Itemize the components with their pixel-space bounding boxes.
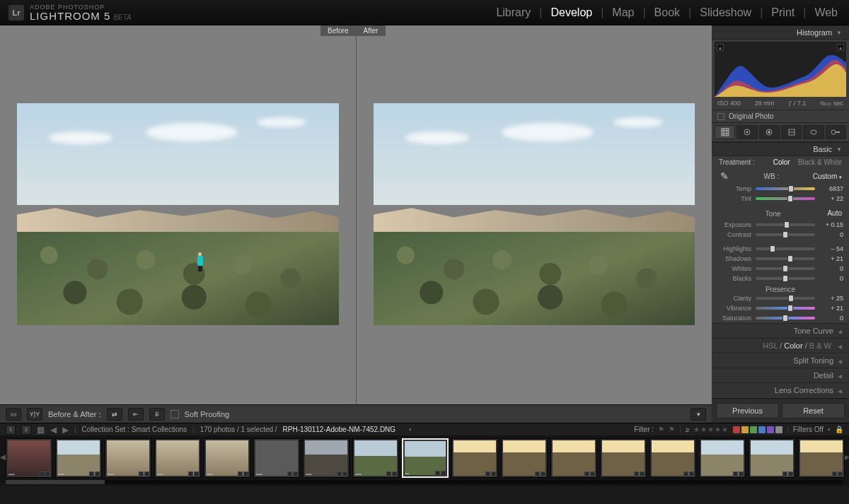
treatment-color[interactable]: Color: [773, 158, 790, 166]
photos-count: 170 photos / 1 selected /: [200, 426, 277, 433]
filter-label: Filter :: [634, 426, 654, 433]
filmstrip-thumb[interactable]: [798, 438, 845, 478]
copy-after-button[interactable]: ⤋: [149, 408, 165, 421]
copy-before-button[interactable]: ⇤: [128, 408, 144, 421]
swap-before-after-button[interactable]: ⇄: [107, 408, 122, 421]
spot-removal-tool[interactable]: [737, 125, 757, 139]
exif-strip: ISO 40028 mmƒ / 7.1¹⁄₂₀₀ sec: [712, 99, 849, 110]
contrast-slider[interactable]: [756, 233, 815, 236]
filmstrip-thumb[interactable]: •••••: [352, 438, 399, 478]
svg-point-6: [746, 131, 748, 134]
filmstrip-thumb[interactable]: [749, 438, 795, 478]
loupe-view-button[interactable]: ▭: [6, 408, 21, 421]
filmstrip-thumb[interactable]: •••••: [303, 438, 350, 478]
rating-filter[interactable]: ★★★★★: [693, 426, 729, 433]
filmstrip-header: 1 2 ▦ ◀ ▶ | Collection Set : Smart Colle…: [0, 423, 849, 435]
filmstrip-thumb[interactable]: •••: [402, 438, 449, 478]
original-photo-row[interactable]: Original Photo: [712, 110, 849, 123]
toolbar-menu-button[interactable]: ▾: [691, 408, 706, 421]
app-header: Lr ADOBE PHOTOSHOP LIGHTROOM 5 BETA Libr…: [0, 0, 849, 25]
wb-eyedropper-icon[interactable]: ✎: [719, 170, 730, 182]
tone-header-row: Tone Auto: [712, 204, 849, 220]
histogram-header[interactable]: Histogram▼: [712, 25, 849, 40]
radial-filter-tool[interactable]: [803, 125, 824, 139]
clarity-slider[interactable]: [756, 297, 815, 300]
filters-off-label[interactable]: Filters Off: [793, 426, 824, 433]
filmstrip: ◀ ▶ ••••••••••••••••••••••••••••••••••••…: [0, 435, 849, 486]
module-print[interactable]: Print: [768, 5, 797, 20]
before-pane[interactable]: Before: [0, 25, 356, 404]
original-photo-checkbox[interactable]: [717, 113, 724, 120]
after-pane[interactable]: After: [356, 25, 712, 404]
module-slideshow[interactable]: Slideshow: [697, 5, 754, 20]
shadows-slider[interactable]: [756, 257, 815, 260]
app-logo: Lr: [8, 5, 24, 20]
color-label-filter[interactable]: [733, 426, 782, 433]
nav-forward-icon[interactable]: ▶: [62, 425, 69, 435]
workarea: Before After ▭ Y|: [0, 25, 849, 423]
filmstrip-thumb[interactable]: •••••: [55, 438, 102, 478]
wb-mode-dropdown[interactable]: Custom ▾: [813, 172, 842, 180]
module-library[interactable]: Library: [493, 5, 533, 20]
wb-row: ✎ WB : Custom ▾: [712, 168, 849, 184]
filmstrip-thumb[interactable]: [501, 438, 548, 478]
monitor-2-button[interactable]: 2: [21, 425, 31, 435]
blacks-slider[interactable]: [756, 277, 815, 280]
soft-proofing-label: Soft Proofing: [185, 410, 230, 418]
filmstrip-thumb[interactable]: •••••: [253, 438, 300, 478]
compare-yy-button[interactable]: Y|Y: [27, 408, 42, 421]
previous-button[interactable]: Previous: [716, 403, 779, 418]
module-develop[interactable]: Develop: [548, 5, 595, 20]
treatment-row: Treatment : Color Black & White: [712, 156, 849, 168]
detail-panel-header[interactable]: Detail◀: [712, 368, 849, 382]
treatment-bw[interactable]: Black & White: [798, 158, 842, 166]
module-map[interactable]: Map: [609, 5, 637, 20]
redeye-tool[interactable]: [759, 125, 780, 139]
filmstrip-thumb[interactable]: •••••: [204, 438, 250, 478]
temp-slider[interactable]: [756, 187, 815, 190]
hsl-panel-header[interactable]: HSL / Color / B & W ◀: [712, 338, 849, 353]
tonecurve-panel-header[interactable]: Tone Curve◀: [712, 323, 849, 338]
filmstrip-scrollbar[interactable]: [6, 480, 843, 484]
filmstrip-thumb[interactable]: •••••: [154, 438, 201, 478]
splittoning-panel-header[interactable]: Split Toning◀: [712, 353, 849, 368]
filmstrip-thumb[interactable]: •••••: [6, 438, 52, 478]
reset-button[interactable]: Reset: [782, 403, 845, 418]
filter-lock-icon[interactable]: 🔒: [835, 426, 843, 433]
after-label: After: [357, 25, 386, 36]
graduated-filter-tool[interactable]: [781, 125, 802, 139]
before-photo: [17, 103, 339, 325]
module-switcher: Library| Develop| Map| Book| Slideshow| …: [493, 5, 841, 20]
filmstrip-thumb[interactable]: [550, 438, 597, 478]
basic-header[interactable]: Basic▼: [712, 142, 849, 156]
whites-slider[interactable]: [756, 267, 815, 270]
highlights-slider[interactable]: [756, 247, 815, 250]
filmstrip-thumb[interactable]: [451, 438, 498, 478]
lens-panel-header[interactable]: Lens Corrections◀: [712, 382, 849, 397]
vibrance-slider[interactable]: [756, 307, 815, 310]
crop-tool[interactable]: [715, 125, 735, 139]
filmstrip-thumb[interactable]: [600, 438, 647, 478]
soft-proofing-checkbox[interactable]: [171, 410, 179, 418]
exposure-slider[interactable]: [756, 223, 815, 226]
develop-tool-strip: [712, 123, 849, 142]
nav-back-icon[interactable]: ◀: [50, 425, 57, 435]
grid-icon[interactable]: ▦: [37, 425, 45, 435]
adjustment-brush-tool[interactable]: [826, 125, 846, 139]
svg-point-12: [831, 130, 836, 134]
tint-slider[interactable]: [756, 197, 815, 200]
collection-path[interactable]: Collection Set : Smart Collections: [82, 426, 187, 433]
flag-rejected-filter[interactable]: ⚑: [669, 426, 675, 433]
flag-picked-filter[interactable]: ⚑: [658, 426, 664, 433]
saturation-slider[interactable]: [756, 317, 815, 320]
module-web[interactable]: Web: [812, 5, 841, 20]
after-photo: [374, 103, 695, 325]
auto-tone-button[interactable]: Auto: [827, 209, 842, 217]
current-file: RPH-130112-Adobe-NM-7452.DNG: [283, 426, 396, 433]
filmstrip-thumb[interactable]: [699, 438, 746, 478]
monitor-1-button[interactable]: 1: [6, 425, 16, 435]
histogram[interactable]: ▲ ▲: [715, 42, 846, 97]
module-book[interactable]: Book: [652, 5, 683, 20]
filmstrip-thumb[interactable]: •••••: [105, 438, 151, 478]
filmstrip-thumb[interactable]: [649, 438, 696, 478]
